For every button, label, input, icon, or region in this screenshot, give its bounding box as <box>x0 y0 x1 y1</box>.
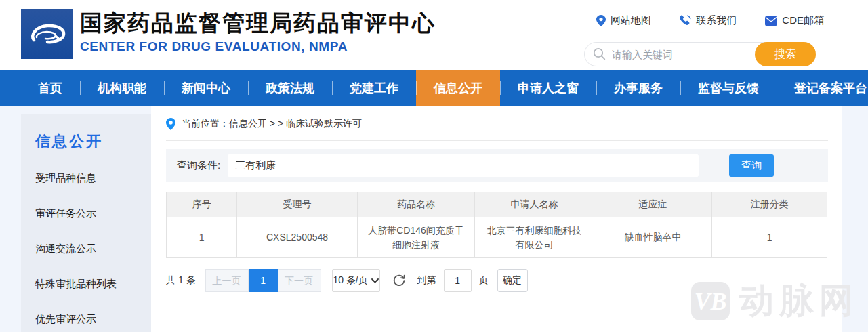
sidebar-item-communication[interactable]: 沟通交流公示 <box>35 243 151 255</box>
sidebar-item-accepted-varieties[interactable]: 受理品种信息 <box>35 172 151 185</box>
page-size-select[interactable]: 10 条/页 <box>332 269 380 292</box>
col-header-index: 序号 <box>167 192 237 217</box>
cell-drug-name: 人脐带CD146间充质干细胞注射液 <box>357 217 475 258</box>
sitemap-link-label: 网站地图 <box>611 14 651 27</box>
sitemap-link[interactable]: 网站地图 <box>596 14 651 27</box>
mail-link-label: CDE邮箱 <box>782 14 824 27</box>
left-gap <box>0 106 21 332</box>
goto-page-label: 到第 <box>417 274 436 287</box>
watermark: VB 动脉网 <box>691 278 859 325</box>
contact-link[interactable]: 联系我们 <box>680 14 737 27</box>
nav-item-home[interactable]: 首页 <box>20 70 80 106</box>
breadcrumb-text: 当前位置：信息公开 > > 临床试验默示许可 <box>182 118 362 130</box>
cell-index: 1 <box>167 217 237 258</box>
header: 国家药品监督管理局药品审评中心 CENTER FOR DRUG EVALUATI… <box>0 0 868 70</box>
nav-item-registration-platform[interactable]: 登记备案平台 <box>777 70 868 106</box>
page-unit-label: 页 <box>479 274 489 287</box>
prev-page-button[interactable]: 上一页 <box>205 269 249 292</box>
query-bar: 查询条件: 查询 <box>166 149 828 182</box>
refresh-icon <box>392 274 406 287</box>
vb-logo-icon: VB <box>691 282 730 320</box>
col-header-drug-name: 药品名称 <box>357 192 475 217</box>
page-buttons: 上一页 1 下一页 <box>205 269 321 292</box>
page: 国家药品监督管理局药品审评中心 CENTER FOR DRUG EVALUATI… <box>0 0 868 332</box>
contact-link-label: 联系我们 <box>696 14 737 27</box>
sidebar: 信息公开 受理品种信息 审评任务公示 沟通交流公示 特殊审批品种列表 优先审评公… <box>21 114 151 332</box>
sidebar-title: 信息公开 <box>35 131 151 152</box>
search-button[interactable]: 搜索 <box>755 42 816 66</box>
cde-logo <box>21 9 73 59</box>
col-header-registration-class: 注册分类 <box>712 192 827 217</box>
cde-logo-swoosh-icon <box>27 17 68 52</box>
sidebar-item-special-approval[interactable]: 特殊审批品种列表 <box>35 278 151 291</box>
sidebar-item-review-tasks[interactable]: 审评任务公示 <box>35 207 151 220</box>
cell-registration-class: 1 <box>712 217 827 258</box>
nav-item-supervision[interactable]: 监督与反馈 <box>680 70 777 106</box>
nav-item-news[interactable]: 新闻中心 <box>164 70 248 106</box>
top-links: 网站地图 联系我们 CDE邮箱 <box>584 14 828 27</box>
nav-item-policies[interactable]: 政策法规 <box>248 70 332 106</box>
total-count: 共 1 条 <box>166 274 196 287</box>
nav-item-services[interactable]: 办事服务 <box>596 70 680 106</box>
watermark-text: 动脉网 <box>739 278 859 325</box>
col-header-indication: 适应症 <box>594 192 712 217</box>
site-title-cn: 国家药品监督管理局药品审评中心 <box>80 8 436 38</box>
next-page-button[interactable]: 下一页 <box>278 269 321 292</box>
site-titles: 国家药品监督管理局药品审评中心 CENTER FOR DRUG EVALUATI… <box>80 8 436 54</box>
results-table: 序号 受理号 药品名称 申请人名称 适应症 注册分类 1 CXSL2500548… <box>166 192 827 258</box>
sidebar-item-priority-review[interactable]: 优先审评公示 <box>35 313 151 326</box>
chevron-down-icon <box>371 278 379 283</box>
table-row: 1 CXSL2500548 人脐带CD146间充质干细胞注射液 北京三有利康细胞… <box>167 217 827 258</box>
phone-icon <box>680 15 691 26</box>
query-button[interactable]: 查询 <box>729 154 774 177</box>
location-pin-icon <box>166 118 175 130</box>
main-nav: 首页 机构职能 新闻中心 政策法规 党建工作 信息公开 申请人之窗 办事服务 监… <box>0 70 868 106</box>
col-header-applicant: 申请人名称 <box>475 192 594 217</box>
cell-indication: 缺血性脑卒中 <box>594 217 712 258</box>
mail-icon <box>765 16 777 26</box>
search-icon <box>593 47 606 60</box>
query-label: 查询条件: <box>177 159 220 172</box>
table-header-row: 序号 受理号 药品名称 申请人名称 适应症 注册分类 <box>167 192 827 217</box>
breadcrumb: 当前位置：信息公开 > > 临床试验默示许可 <box>166 118 828 141</box>
map-pin-icon <box>596 15 606 26</box>
page-1-button[interactable]: 1 <box>249 269 278 292</box>
site-title-en: CENTER FOR DRUG EVALUATION, NMPA <box>80 39 436 54</box>
mail-link[interactable]: CDE邮箱 <box>765 14 824 27</box>
refresh-button[interactable] <box>392 274 406 287</box>
nav-item-functions[interactable]: 机构职能 <box>80 70 164 106</box>
col-header-acceptance-no: 受理号 <box>237 192 357 217</box>
goto-page-input[interactable] <box>444 269 472 292</box>
header-search: 搜索 <box>584 42 816 66</box>
cell-acceptance-no: CXSL2500548 <box>237 217 357 258</box>
nav-item-info-disclosure[interactable]: 信息公开 <box>416 70 500 106</box>
header-right: 网站地图 联系我们 CDE邮箱 <box>584 0 828 66</box>
page-size-value: 10 条/页 <box>333 274 367 287</box>
query-input[interactable] <box>228 154 699 177</box>
nav-item-applicant-window[interactable]: 申请人之窗 <box>500 70 596 106</box>
nav-item-party[interactable]: 党建工作 <box>332 70 416 106</box>
cell-applicant: 北京三有利康细胞科技有限公司 <box>475 217 594 258</box>
confirm-button[interactable]: 确定 <box>497 269 528 292</box>
